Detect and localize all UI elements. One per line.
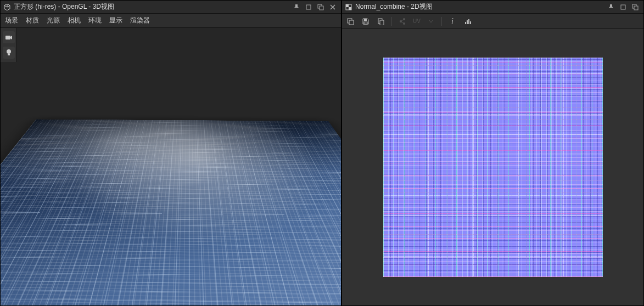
viewport-2d[interactable] <box>342 29 643 305</box>
copy-icon[interactable] <box>376 16 386 26</box>
save-icon[interactable] <box>361 16 371 26</box>
chevron-down-icon[interactable] <box>426 16 436 26</box>
viewport-3d[interactable] <box>1 28 341 305</box>
restore-icon[interactable] <box>618 2 628 12</box>
image-icon <box>345 4 352 10</box>
new-window-icon[interactable] <box>345 16 355 26</box>
titlebar-2d: Normal_combine - 2D视图 <box>342 1 643 14</box>
svg-rect-24 <box>470 21 471 24</box>
histogram-icon[interactable] <box>463 16 473 26</box>
svg-rect-23 <box>468 19 469 24</box>
maximize-icon[interactable] <box>316 2 326 12</box>
view3d-canvas[interactable] <box>17 28 341 305</box>
menubar-3d: 场景 材质 光源 相机 环境 显示 渲染器 <box>1 14 341 28</box>
svg-rect-2 <box>320 6 323 10</box>
title-3d: 正方形 (hi-res) - OpenGL - 3D视图 <box>14 2 289 12</box>
svg-rect-5 <box>8 54 10 55</box>
cube-icon <box>4 4 10 10</box>
svg-rect-9 <box>621 5 625 9</box>
menu-camera[interactable]: 相机 <box>68 16 81 25</box>
camera-icon[interactable] <box>3 31 15 43</box>
menu-light[interactable]: 光源 <box>47 16 60 25</box>
svg-point-4 <box>7 49 11 54</box>
svg-rect-13 <box>349 20 354 25</box>
panel-3d-view: 正方形 (hi-res) - OpenGL - 3D视图 场景 材质 光源 相机… <box>0 0 341 306</box>
separator <box>391 17 392 26</box>
svg-rect-17 <box>380 20 384 25</box>
toolbar-2d: UV i <box>342 14 643 29</box>
share-icon[interactable] <box>397 16 407 26</box>
svg-rect-0 <box>306 5 311 9</box>
menu-env[interactable]: 环境 <box>88 16 102 25</box>
svg-rect-14 <box>364 19 367 21</box>
titlebar-3d: 正方形 (hi-res) - OpenGL - 3D视图 <box>1 1 341 14</box>
svg-rect-8 <box>349 7 351 10</box>
menu-display[interactable]: 显示 <box>109 16 122 25</box>
svg-rect-11 <box>634 6 638 10</box>
pin-icon[interactable] <box>292 2 301 12</box>
maximize-icon[interactable] <box>630 2 640 12</box>
close-icon[interactable] <box>328 2 338 12</box>
pin-icon[interactable] <box>606 2 616 12</box>
panel-2d-view: Normal_combine - 2D视图 <box>341 0 644 306</box>
svg-rect-7 <box>346 4 349 7</box>
svg-rect-15 <box>364 22 367 24</box>
svg-rect-21 <box>465 22 466 24</box>
view2d-canvas[interactable] <box>342 29 643 305</box>
lightbulb-icon[interactable] <box>3 47 15 59</box>
title-2d: Normal_combine - 2D视图 <box>355 2 604 12</box>
uv-icon[interactable]: UV <box>413 16 421 26</box>
sidebar-3d <box>1 28 17 62</box>
menu-renderer[interactable]: 渲染器 <box>130 16 150 25</box>
restore-icon[interactable] <box>304 2 313 12</box>
separator <box>441 17 442 26</box>
info-icon[interactable]: i <box>447 16 457 26</box>
mesh-plane <box>1 120 341 305</box>
svg-rect-22 <box>467 20 468 24</box>
menu-scene[interactable]: 场景 <box>5 16 18 25</box>
svg-rect-3 <box>5 36 10 39</box>
normal-map-image <box>383 58 603 277</box>
menu-material[interactable]: 材质 <box>26 16 39 25</box>
